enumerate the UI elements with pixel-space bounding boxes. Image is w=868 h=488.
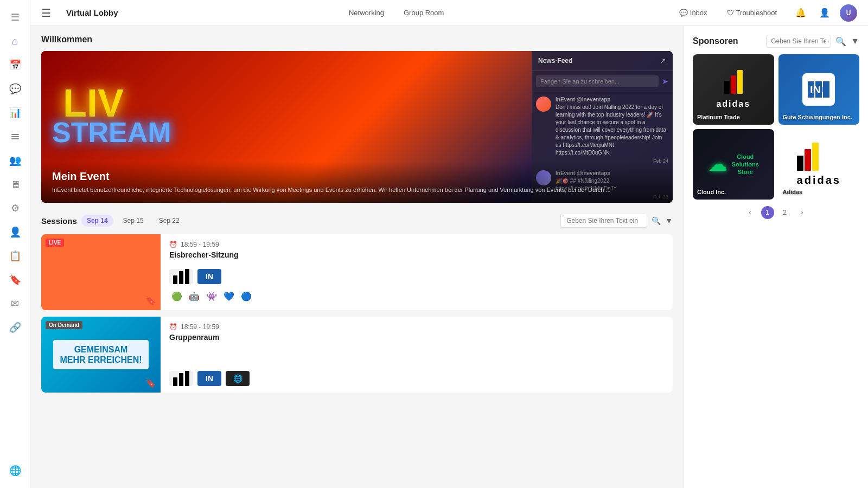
svg-rect-0 [11,134,19,135]
monitor-icon[interactable]: 🖥 [4,174,26,195]
date-tab-sep14[interactable]: Sep 14 [81,215,113,227]
hamburger-menu-icon[interactable]: ☰ [41,7,51,20]
app-title: Virtual Lobby [66,8,118,17]
adidas-white-text: adidas [716,99,750,109]
hero-banner[interactable]: LIV STREAM News-Feed ↗ ➤ [41,51,673,203]
hero-event-description: InEvent bietet benutzerfreundliche, inte… [52,186,662,194]
session-info-2: ⏰ 18:59 - 19:59 Gruppenraum [169,317,673,393]
sessions-right: 🔍 ▼ [560,214,673,228]
sponsor-grid: adidas Platinum Trade IN [693,54,859,200]
cloud-store-text: CloudSolutionsStore [732,153,759,176]
clock-icon-2: ⏰ [169,323,177,331]
top-right-icons: 🔔 👤 U [792,4,857,22]
session-sponsors-1: IN [169,269,664,284]
sponsor-card-platinum[interactable]: adidas Platinum Trade [693,54,774,125]
settings-icon[interactable]: ⚙ [4,197,26,219]
troubleshoot-button[interactable]: 🛡 Troubleshoot [723,7,781,19]
user-icon[interactable]: 👤 [4,221,26,243]
bookmark-icon-1[interactable]: 🔖 [145,296,156,306]
newsfeed-header: News-Feed ↗ [532,51,673,71]
sponsor-card-cloud[interactable]: ☁ CloudSolutionsStore Cloud Inc. [693,129,774,200]
body-split: Sessions Willkommen LIV STREAM News-Feed… [30,26,868,488]
page-2-button[interactable]: 2 [778,206,792,219]
link-icon[interactable]: 🔗 [4,317,26,338]
prev-page-button[interactable]: ‹ [744,206,757,219]
on-demand-badge: On Demand [46,321,82,329]
group-room-link[interactable]: Group Room [399,7,448,19]
attendee-avatars-1: 🟢 🤖 👾 💙 🔵 [169,288,664,304]
sessions-search-input[interactable] [560,214,647,228]
date-tab-sep15[interactable]: Sep 15 [118,215,149,227]
platinum-logo: adidas [716,70,750,109]
gute-logo: IN [802,73,835,106]
newsfeed-share-icon[interactable]: ↗ [660,56,666,65]
live-badge: LIVE [46,239,64,247]
gemeinsam-text: GEMEINSAMMEHR ERREICHEN! [53,340,148,369]
avatar[interactable]: U [840,4,857,22]
gute-icon: IN [802,73,835,106]
next-page-button[interactable]: › [796,206,809,219]
message-avatar-1 [536,97,551,112]
home-icon[interactable]: ⌂ [4,30,26,52]
sessions-title: Sessions [41,216,77,226]
svg-rect-1 [11,136,19,137]
sponsor-name-adidas: Adidas [783,189,803,195]
sessions-header: Sessions Sep 14 Sep 15 Sep 22 🔍 ▼ [41,214,673,228]
globe-icon[interactable]: 🌐 [4,460,26,481]
notification-bell-icon[interactable]: 🔔 [792,4,809,22]
menu-icon[interactable]: ☰ [4,7,26,28]
chat-icon[interactable]: 💬 [4,78,26,100]
people-icon[interactable]: 👥 [4,150,26,171]
sponsor-card-gute[interactable]: IN Gute Schwingungen Inc. [778,54,860,125]
session-name-1: Eisbrecher-Sitzung [169,251,664,259]
sponsor-adidas-logo-2 [169,371,193,386]
attendee-1: 🟢 [169,288,184,304]
platinum-stripes [724,70,743,94]
session-thumbnail-2: On Demand GEMEINSAMMEHR ERREICHEN! 🔖 [41,317,161,393]
session-card-1[interactable]: LIVE 🔖 ⏰ 18:59 - 19:59 Eisbrecher-Sitzun… [41,234,673,310]
date-tab-sep22[interactable]: Sep 22 [154,215,185,227]
sponsor-card-adidas[interactable]: adidas Adidas [778,129,860,200]
bookmark-icon-2[interactable]: 🔖 [145,378,156,388]
sponsors-search-input[interactable] [766,35,831,48]
cloud-solutions-logo: ☁ CloudSolutionsStore [708,153,759,176]
svg-rect-2 [11,138,19,139]
sponsor-in-logo: IN [197,269,221,284]
table-icon[interactable]: 📋 [4,245,26,267]
session-info-1: ⏰ 18:59 - 19:59 Eisbrecher-Sitzung [169,234,673,310]
bookmark-icon[interactable]: 🔖 [4,269,26,291]
attendee-5: 🔵 [239,288,254,304]
sponsors-search-icon[interactable]: 🔍 [835,36,846,47]
attendee-3: 👾 [204,288,219,304]
adidas-large-text: adidas [797,174,841,187]
send-message-icon[interactable]: ➤ [662,77,668,86]
newsfeed-input[interactable] [536,75,659,87]
sponsor-name-cloud: Cloud Inc. [697,189,726,195]
inbox-button[interactable]: 💬 Inbox [675,7,712,19]
sponsors-actions: 🔍 ▼ [766,35,859,48]
attendee-2: 🤖 [187,288,202,304]
hero-stream-text: STREAM [52,116,171,149]
main-area: ☰ Virtual Lobby Networking Group Room 💬 … [30,0,868,488]
willkommen-heading: Willkommen [41,35,673,44]
svg-text:IN: IN [810,84,821,95]
email-icon[interactable]: ✉ [4,293,26,314]
right-panel: Sponsoren 🔍 ▼ adidas [684,26,868,488]
sessions-search-icon[interactable]: 🔍 [652,216,661,225]
newsfeed-input-row: ➤ [532,71,673,92]
attendee-4: 💙 [221,288,237,304]
sessions-left: Sessions Sep 14 Sep 15 Sep 22 [41,215,185,227]
session-time-1: ⏰ 18:59 - 19:59 [169,241,664,248]
page-1-button[interactable]: 1 [761,206,774,219]
networking-link[interactable]: Networking [344,7,388,19]
sponsors-filter-icon[interactable]: ▼ [851,36,859,46]
user-profile-icon[interactable]: 👤 [816,4,833,22]
sponsor-in-logo-2: IN [197,371,221,386]
sessions-filter-icon[interactable]: ▼ [665,216,673,225]
newsfeed-message-1: InEvent @ineventapp Don't miss out! Join… [536,97,668,164]
calendar-icon[interactable]: 📅 [4,54,26,76]
chart-icon[interactable]: 📊 [4,102,26,124]
session-card-2[interactable]: On Demand GEMEINSAMMEHR ERREICHEN! 🔖 ⏰ 1… [41,317,673,393]
sponsor-name-gute: Gute Schwingungen Inc. [783,114,852,120]
list-icon[interactable] [4,126,26,147]
